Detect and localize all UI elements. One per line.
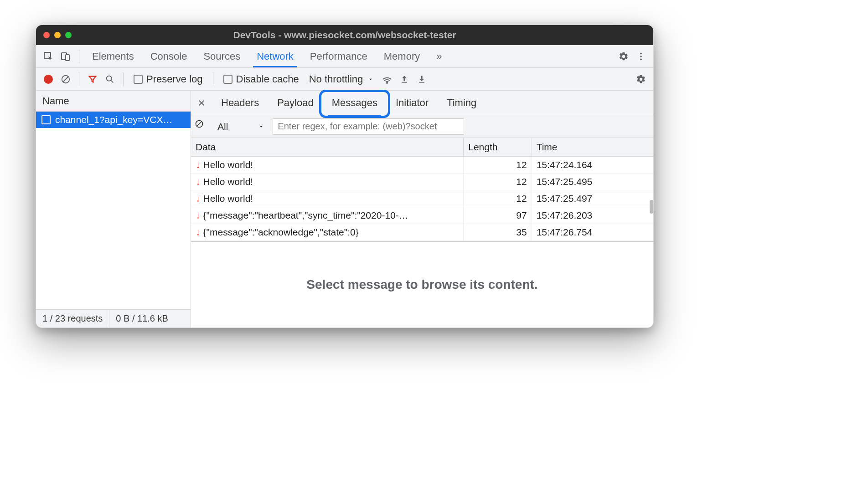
regex-filter-input[interactable] [273, 118, 464, 135]
search-icon[interactable] [101, 71, 119, 88]
message-row[interactable]: ↓Hello world!1215:47:25.497 [191, 190, 653, 207]
settings-icon[interactable] [615, 48, 632, 65]
column-header-data[interactable]: Data [191, 138, 464, 157]
content-area: Name channel_1?api_key=VCX… 1 / 23 reque… [36, 91, 653, 327]
request-row[interactable]: channel_1?api_key=VCX… [36, 112, 191, 128]
preserve-log-checkbox[interactable]: Preserve log [134, 73, 203, 85]
throttling-value: No throttling [309, 73, 363, 85]
svg-rect-2 [66, 55, 69, 61]
svg-line-9 [111, 80, 113, 82]
svg-rect-11 [402, 82, 407, 82]
requests-count: 1 / 23 requests [36, 310, 109, 327]
message-time: 15:47:25.495 [532, 174, 653, 190]
throttling-select[interactable]: No throttling [309, 73, 374, 85]
request-name: channel_1?api_key=VCX… [55, 114, 172, 125]
detail-tabs: HeadersPayloadMessagesInitiatorTiming [191, 91, 653, 115]
message-data: ↓Hello world! [191, 157, 464, 174]
record-button[interactable] [40, 71, 57, 88]
column-header-length[interactable]: Length [464, 138, 532, 157]
clear-icon[interactable] [57, 71, 74, 88]
message-row[interactable]: ↓{"message":"heartbeat","sync_time":"202… [191, 207, 653, 224]
message-data: ↓{"message":"acknowledge","state":0} [191, 224, 464, 241]
message-row[interactable]: ↓Hello world!1215:47:25.495 [191, 174, 653, 190]
column-header-time[interactable]: Time [532, 138, 653, 157]
more-tabs-button[interactable]: » [428, 45, 450, 67]
tab-sources[interactable]: Sources [195, 45, 248, 67]
message-row[interactable]: ↓Hello world!1215:47:24.164 [191, 157, 653, 174]
arrow-down-icon: ↓ [196, 159, 201, 170]
tab-elements[interactable]: Elements [84, 45, 142, 67]
message-data: ↓Hello world! [191, 174, 464, 190]
message-length: 12 [464, 174, 532, 190]
tab-performance[interactable]: Performance [302, 45, 376, 67]
message-length: 35 [464, 224, 532, 241]
divider [123, 72, 124, 86]
message-length: 97 [464, 207, 532, 224]
svg-line-16 [197, 122, 202, 126]
clear-messages-icon[interactable] [195, 119, 209, 134]
message-row[interactable]: ↓{"message":"acknowledge","state":0}3515… [191, 224, 653, 241]
network-toolbar: Preserve log Disable cache No throttling [36, 68, 653, 91]
arrow-down-icon: ↓ [196, 193, 201, 204]
tab-network[interactable]: Network [248, 45, 302, 67]
disable-cache-label: Disable cache [236, 73, 299, 85]
download-har-icon[interactable] [413, 71, 430, 88]
device-toolbar-icon[interactable] [57, 48, 74, 65]
arrow-down-icon: ↓ [196, 176, 201, 187]
messages-table: Data Length Time ↓Hello world!1215:47:24… [191, 138, 653, 241]
upload-har-icon[interactable] [396, 71, 413, 88]
filter-value: All [217, 121, 228, 132]
divider [213, 72, 213, 86]
arrow-down-icon: ↓ [196, 227, 201, 238]
message-time: 15:47:26.754 [532, 224, 653, 241]
message-data: ↓Hello world! [191, 190, 464, 207]
window-title: DevTools - www.piesocket.com/websocket-t… [36, 30, 653, 41]
message-time: 15:47:26.203 [532, 207, 653, 224]
inspect-element-icon[interactable] [40, 48, 57, 65]
svg-point-4 [640, 56, 642, 57]
message-time: 15:47:24.164 [532, 157, 653, 174]
detail-tab-headers[interactable]: Headers [212, 94, 268, 112]
svg-line-7 [63, 77, 68, 82]
detail-tab-initiator[interactable]: Initiator [387, 94, 438, 112]
divider [79, 72, 79, 86]
network-settings-icon[interactable] [632, 71, 650, 88]
detail-tab-timing[interactable]: Timing [438, 94, 486, 112]
message-data: ↓{"message":"heartbeat","sync_time":"202… [191, 207, 464, 224]
message-filter-row: All [191, 115, 653, 138]
tab-console[interactable]: Console [142, 45, 196, 67]
transfer-size: 0 B / 11.6 kB [109, 310, 175, 327]
chevron-down-icon [258, 123, 264, 130]
disable-cache-checkbox[interactable]: Disable cache [223, 73, 299, 85]
detail-panel: HeadersPayloadMessagesInitiatorTiming Al… [191, 91, 653, 327]
filter-icon[interactable] [84, 71, 101, 88]
message-length: 12 [464, 157, 532, 174]
message-length: 12 [464, 190, 532, 207]
scrollbar-thumb[interactable] [650, 200, 653, 214]
svg-point-3 [640, 52, 642, 54]
devtools-window: DevTools - www.piesocket.com/websocket-t… [36, 25, 654, 328]
preserve-log-label: Preserve log [146, 73, 203, 85]
kebab-menu-icon[interactable] [632, 48, 650, 65]
close-detail-icon[interactable] [194, 95, 209, 111]
window-controls [43, 32, 72, 38]
network-conditions-icon[interactable] [378, 71, 396, 88]
websocket-icon [41, 115, 51, 124]
svg-point-8 [107, 76, 112, 81]
minimize-window-button[interactable] [54, 32, 61, 38]
arrow-down-icon: ↓ [196, 210, 201, 221]
close-window-button[interactable] [43, 32, 50, 38]
message-type-filter[interactable]: All [214, 121, 268, 132]
status-bar: 1 / 23 requests 0 B / 11.6 kB [36, 309, 191, 327]
message-time: 15:47:25.497 [532, 190, 653, 207]
main-tabs-row: ElementsConsoleSourcesNetworkPerformance… [36, 45, 653, 68]
tab-memory[interactable]: Memory [376, 45, 428, 67]
sidebar-header-name[interactable]: Name [36, 91, 191, 112]
divider [79, 50, 79, 63]
request-list-sidebar: Name channel_1?api_key=VCX… 1 / 23 reque… [36, 91, 191, 327]
zoom-window-button[interactable] [65, 32, 72, 38]
detail-tab-payload[interactable]: Payload [268, 94, 323, 112]
svg-point-5 [640, 58, 642, 60]
chevron-down-icon [367, 76, 374, 82]
detail-tab-messages[interactable]: Messages [323, 94, 387, 112]
